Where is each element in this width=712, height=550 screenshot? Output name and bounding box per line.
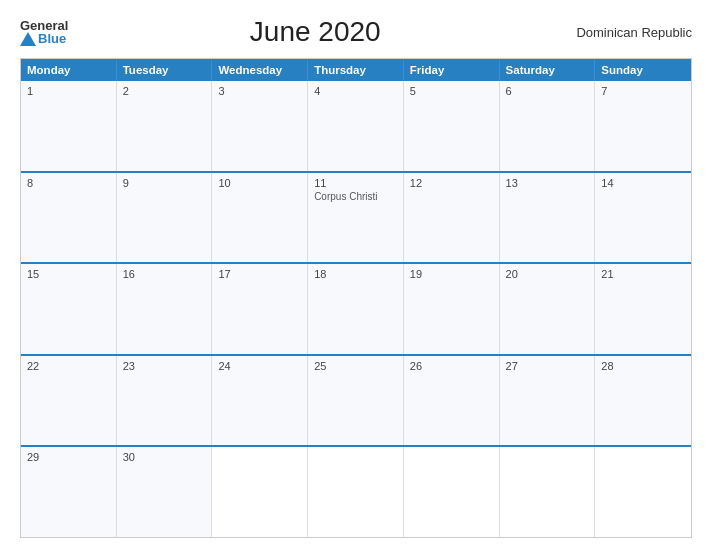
cal-cell: 22 [21,356,117,446]
day-number: 17 [218,268,301,280]
day-number: 9 [123,177,206,189]
cal-cell [308,447,404,537]
day-number: 7 [601,85,685,97]
cal-cell: 9 [117,173,213,263]
cal-cell: 5 [404,81,500,171]
cal-cell: 21 [595,264,691,354]
day-number: 1 [27,85,110,97]
day-number: 22 [27,360,110,372]
calendar-week-4: 22232425262728 [21,354,691,446]
day-number: 10 [218,177,301,189]
day-number: 6 [506,85,589,97]
weekday-header-saturday: Saturday [500,59,596,81]
cal-cell: 12 [404,173,500,263]
calendar-header-row: MondayTuesdayWednesdayThursdayFridaySatu… [21,59,691,81]
day-number: 15 [27,268,110,280]
cal-cell [404,447,500,537]
cal-cell: 18 [308,264,404,354]
weekday-header-thursday: Thursday [308,59,404,81]
calendar-week-5: 2930 [21,445,691,537]
cal-cell: 2 [117,81,213,171]
cal-cell [500,447,596,537]
calendar-week-3: 15161718192021 [21,262,691,354]
weekday-header-monday: Monday [21,59,117,81]
cal-cell: 13 [500,173,596,263]
cal-cell: 4 [308,81,404,171]
cal-cell: 25 [308,356,404,446]
logo-blue-row: Blue [20,32,68,46]
calendar-title: June 2020 [68,16,562,48]
logo-general-text: General [20,19,68,32]
calendar-page: General Blue June 2020 Dominican Republi… [0,0,712,550]
cal-cell: 6 [500,81,596,171]
cal-cell: 10 [212,173,308,263]
day-number: 24 [218,360,301,372]
day-number: 20 [506,268,589,280]
event-label: Corpus Christi [314,191,397,202]
weekday-header-sunday: Sunday [595,59,691,81]
day-number: 18 [314,268,397,280]
day-number: 11 [314,177,397,189]
day-number: 28 [601,360,685,372]
calendar-grid: MondayTuesdayWednesdayThursdayFridaySatu… [20,58,692,538]
day-number: 3 [218,85,301,97]
day-number: 27 [506,360,589,372]
cal-cell: 11Corpus Christi [308,173,404,263]
day-number: 23 [123,360,206,372]
country-label: Dominican Republic [562,25,692,40]
cal-cell: 20 [500,264,596,354]
weekday-header-tuesday: Tuesday [117,59,213,81]
cal-cell: 3 [212,81,308,171]
day-number: 21 [601,268,685,280]
day-number: 30 [123,451,206,463]
cal-cell: 23 [117,356,213,446]
cal-cell: 15 [21,264,117,354]
cal-cell [595,447,691,537]
calendar-week-1: 1234567 [21,81,691,171]
day-number: 4 [314,85,397,97]
cal-cell: 14 [595,173,691,263]
cal-cell: 17 [212,264,308,354]
cal-cell: 26 [404,356,500,446]
day-number: 8 [27,177,110,189]
logo: General Blue [20,19,68,46]
weekday-header-friday: Friday [404,59,500,81]
calendar-week-2: 891011Corpus Christi121314 [21,171,691,263]
cal-cell: 29 [21,447,117,537]
day-number: 16 [123,268,206,280]
day-number: 14 [601,177,685,189]
day-number: 26 [410,360,493,372]
cal-cell: 8 [21,173,117,263]
cal-cell: 27 [500,356,596,446]
day-number: 13 [506,177,589,189]
cal-cell: 30 [117,447,213,537]
day-number: 12 [410,177,493,189]
logo-blue-text: Blue [38,32,66,45]
weekday-header-wednesday: Wednesday [212,59,308,81]
day-number: 19 [410,268,493,280]
day-number: 29 [27,451,110,463]
day-number: 5 [410,85,493,97]
cal-cell: 19 [404,264,500,354]
cal-cell: 1 [21,81,117,171]
logo-triangle-icon [20,32,36,46]
page-header: General Blue June 2020 Dominican Republi… [20,16,692,48]
day-number: 25 [314,360,397,372]
cal-cell: 28 [595,356,691,446]
cal-cell: 7 [595,81,691,171]
cal-cell: 16 [117,264,213,354]
cal-cell [212,447,308,537]
cal-cell: 24 [212,356,308,446]
day-number: 2 [123,85,206,97]
calendar-body: 1234567891011Corpus Christi1213141516171… [21,81,691,537]
